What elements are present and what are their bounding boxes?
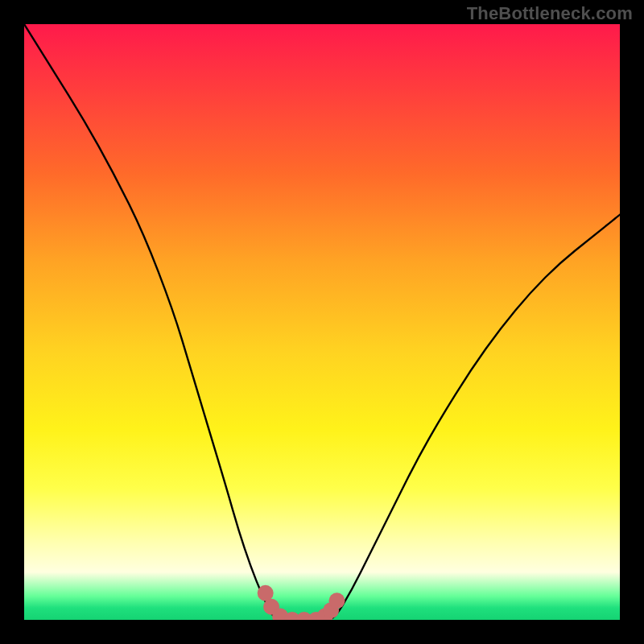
chart-frame: TheBottleneck.com: [0, 0, 644, 644]
watermark-text: TheBottleneck.com: [467, 3, 633, 24]
plot-gradient-background: [24, 24, 620, 620]
